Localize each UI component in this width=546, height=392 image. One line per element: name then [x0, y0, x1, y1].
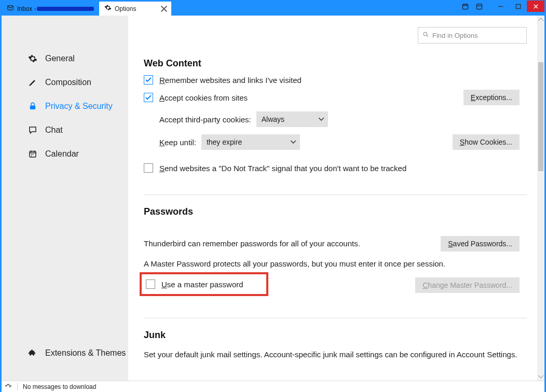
search-input-wrap[interactable] — [418, 27, 527, 44]
search-icon — [422, 31, 429, 40]
search-input[interactable] — [432, 32, 522, 39]
chat-icon — [28, 125, 38, 135]
divider — [144, 318, 527, 318]
sidebar-item-privacy-security[interactable]: Privacy & Security — [2, 94, 128, 118]
status-bar: No messages to download — [2, 381, 544, 392]
change-master-password-button[interactable]: Change Master Password... — [415, 277, 520, 293]
checkbox-do-not-track-label: Send websites a "Do Not Track" signal th… — [159, 164, 406, 173]
svg-rect-4 — [30, 106, 36, 110]
scrollbar-vertical[interactable] — [537, 16, 544, 381]
section-junk-title: Junk — [144, 330, 527, 341]
tab-inbox[interactable]: Inbox - — [2, 2, 99, 16]
show-cookies-button[interactable]: Show Cookies... — [453, 134, 520, 150]
svg-rect-3 — [516, 4, 520, 8]
sidebar-item-label: Composition — [45, 78, 91, 87]
window-maximize-button[interactable] — [509, 1, 527, 12]
status-divider — [17, 383, 18, 390]
scroll-up-icon[interactable] — [537, 16, 544, 23]
calendar-today-icon[interactable] — [461, 3, 469, 12]
gear-icon — [104, 4, 112, 13]
sidebar-item-label: General — [45, 54, 75, 63]
scroll-thumb[interactable] — [538, 62, 543, 171]
window-minimize-button[interactable] — [492, 1, 509, 12]
highlight-box: Use a master password — [140, 272, 268, 296]
sidebar-item-composition[interactable]: Composition — [2, 71, 128, 94]
activity-icon[interactable] — [5, 382, 12, 391]
saved-passwords-button[interactable]: Saved Passwords... — [441, 236, 520, 251]
checkbox-master-password[interactable] — [146, 279, 155, 289]
passwords-desc2: A Master Password protects all your pass… — [144, 259, 527, 268]
sidebar-item-label: Chat — [45, 125, 63, 135]
titlebar: Inbox - Options — [2, 2, 544, 16]
keep-until-label: Keep until: — [159, 138, 196, 147]
checkbox-remember-websites[interactable] — [144, 75, 153, 85]
lock-icon — [28, 102, 38, 111]
tab-close-button[interactable] — [160, 5, 168, 13]
redacted-email — [37, 7, 94, 11]
svg-rect-2 — [477, 4, 482, 9]
section-passwords-title: Passwords — [144, 206, 527, 217]
sidebar-item-label: Calendar — [45, 149, 79, 159]
puzzle-icon — [28, 348, 38, 358]
sidebar-item-calendar[interactable]: Calendar — [2, 142, 128, 166]
checkbox-remember-label: Remember websites and links I've visited — [159, 76, 302, 85]
third-party-cookies-select[interactable]: Always — [256, 111, 328, 127]
divider — [144, 194, 527, 195]
tab-inbox-label: Inbox - — [17, 5, 94, 12]
checkbox-accept-cookies[interactable] — [144, 93, 153, 102]
svg-rect-1 — [463, 4, 468, 9]
sidebar-item-chat[interactable]: Chat — [2, 118, 128, 142]
keep-until-select[interactable]: they expire — [201, 134, 300, 150]
tab-options-label: Options — [115, 5, 136, 12]
exceptions-button[interactable]: Exceptions... — [463, 90, 520, 105]
svg-point-6 — [424, 32, 427, 35]
mail-icon — [7, 4, 14, 13]
pencil-icon — [28, 78, 38, 87]
checkbox-accept-cookies-label: Accept cookies from sites — [159, 93, 248, 102]
section-web-content-title: Web Content — [144, 58, 527, 69]
checkbox-master-password-label: Use a master password — [161, 280, 243, 289]
sidebar-item-label: Privacy & Security — [45, 102, 113, 111]
tab-options[interactable]: Options — [99, 2, 171, 16]
checkbox-do-not-track[interactable] — [144, 163, 153, 173]
junk-desc: Set your default junk mail settings. Acc… — [144, 350, 527, 359]
scroll-down-icon[interactable] — [537, 373, 544, 381]
window-close-button[interactable] — [527, 1, 544, 12]
sidebar: General Composition Privacy & Security C… — [2, 16, 128, 381]
status-message: No messages to download — [23, 383, 96, 390]
sidebar-item-extensions[interactable]: Extensions & Themes — [2, 341, 128, 365]
main-panel: Web Content Remember websites and links … — [128, 16, 544, 381]
sidebar-item-label: Extensions & Themes — [45, 348, 126, 358]
third-party-cookies-label: Accept third-party cookies: — [159, 115, 251, 124]
calendar-icon — [28, 149, 38, 159]
gear-icon — [28, 54, 38, 63]
passwords-desc1: Thunderbird can remember passwords for a… — [144, 239, 360, 248]
sidebar-toggle-icon[interactable] — [475, 3, 483, 12]
sidebar-item-general[interactable]: General — [2, 47, 128, 71]
